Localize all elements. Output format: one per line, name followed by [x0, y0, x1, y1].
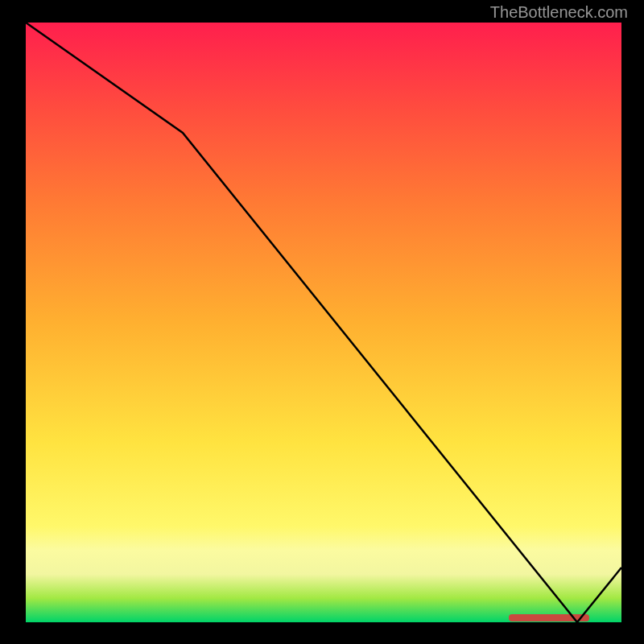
gradient-background: [26, 23, 621, 622]
chart-plot-area: [26, 23, 621, 622]
chart-container: TheBottleneck.com: [0, 0, 644, 644]
chart-svg: [26, 23, 621, 622]
optimal-marker: [509, 614, 589, 621]
watermark-text: TheBottleneck.com: [490, 3, 628, 22]
